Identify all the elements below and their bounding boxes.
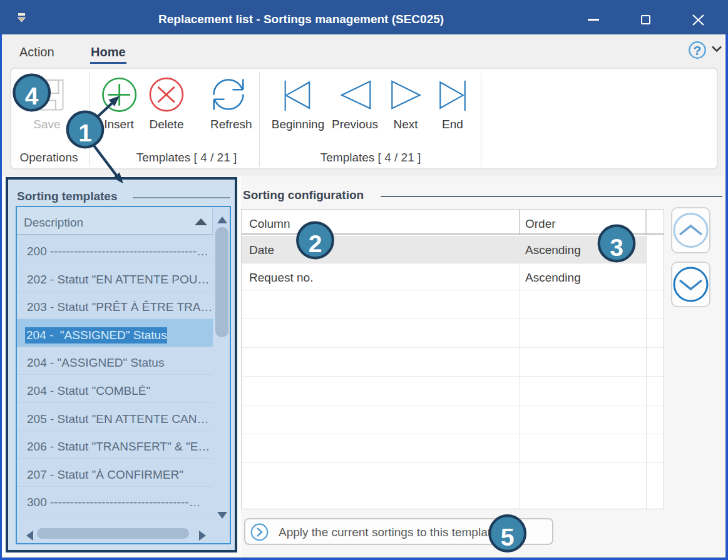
svg-text:?: ? — [694, 43, 702, 58]
